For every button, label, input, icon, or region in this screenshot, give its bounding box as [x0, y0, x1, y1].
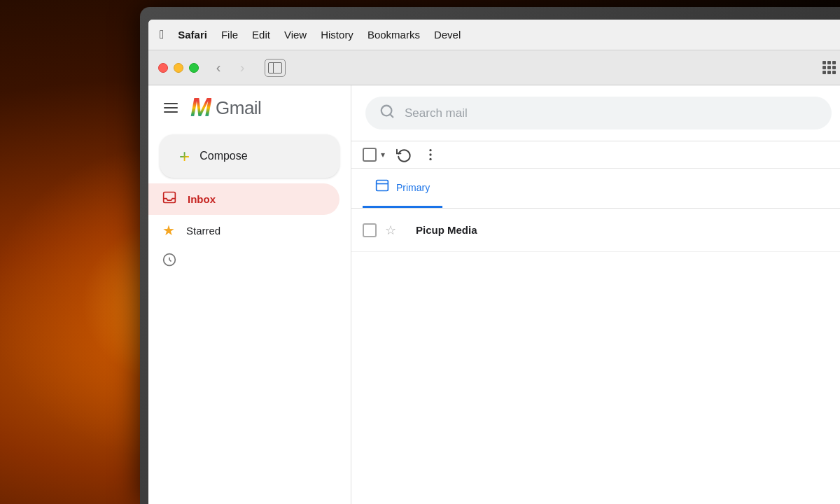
search-bar[interactable]: Search mail	[365, 97, 832, 130]
menu-file[interactable]: File	[221, 29, 238, 41]
grid-dot	[822, 71, 826, 74]
gmail-sidebar: M Gmail + Compose	[148, 85, 351, 504]
grid-dot	[822, 66, 826, 69]
email-sender: Picup Media	[405, 216, 489, 244]
nav-buttons: ‹ ›	[209, 58, 252, 78]
inbox-icon	[162, 190, 176, 208]
row-star-icon[interactable]: ☆	[385, 223, 396, 238]
sidebar-item-inbox[interactable]: Inbox	[148, 183, 340, 215]
grid-dot	[827, 61, 831, 64]
sidebar-item-starred[interactable]: ★ Starred	[148, 215, 340, 246]
hamburger-line	[164, 111, 178, 113]
select-group: ▾	[363, 148, 385, 162]
toolbar-row: ▾	[351, 141, 840, 169]
grid-dot	[827, 66, 831, 69]
sidebar-item-other[interactable]	[148, 246, 340, 277]
forward-button[interactable]: ›	[232, 58, 252, 78]
row-checkbox[interactable]	[363, 223, 377, 237]
search-placeholder: Search mail	[405, 106, 818, 120]
hamburger-menu-button[interactable]	[160, 99, 182, 117]
primary-tab-icon	[375, 178, 389, 196]
svg-point-6	[429, 158, 431, 160]
gmail-header: M Gmail	[148, 95, 351, 134]
menu-bar:  Safari File Edit View History Bookmark…	[148, 20, 840, 50]
grid-dot	[832, 66, 836, 69]
grid-dot	[822, 61, 826, 64]
svg-point-5	[429, 153, 431, 155]
apple-menu[interactable]: 	[160, 28, 164, 42]
select-all-checkbox[interactable]	[363, 148, 377, 162]
starred-label: Starred	[186, 225, 220, 237]
gmail-content: M Gmail + Compose	[148, 85, 840, 504]
gmail-main: Search mail ▾	[351, 85, 840, 504]
menu-history[interactable]: History	[321, 29, 354, 41]
chevron-right-icon: ›	[240, 59, 245, 76]
chevron-left-icon: ‹	[216, 59, 221, 76]
hamburger-line	[164, 107, 178, 108]
gmail-wordmark: Gmail	[216, 97, 261, 119]
extensions-grid-button[interactable]	[822, 61, 836, 74]
grid-dot	[832, 71, 836, 74]
compose-button[interactable]: + Compose	[160, 134, 340, 178]
sidebar-toggle-button[interactable]	[265, 59, 286, 77]
menu-develop[interactable]: Devel	[434, 29, 461, 41]
tab-primary[interactable]: Primary	[363, 169, 442, 208]
primary-tab-label: Primary	[396, 182, 430, 193]
inbox-label: Inbox	[188, 193, 216, 205]
sidebar-toggle-divider	[269, 63, 274, 73]
other-icon	[162, 253, 176, 270]
browser-chrome: ‹ ›	[148, 50, 840, 85]
star-icon: ★	[162, 222, 175, 239]
svg-line-3	[390, 114, 393, 117]
menu-edit[interactable]: Edit	[252, 29, 270, 41]
menu-safari[interactable]: Safari	[178, 29, 207, 41]
more-options-button[interactable]	[423, 147, 438, 162]
grid-dot	[832, 61, 836, 64]
select-dropdown-arrow[interactable]: ▾	[381, 150, 385, 160]
refresh-button[interactable]	[396, 147, 412, 162]
search-icon	[379, 104, 395, 122]
table-row[interactable]: ☆ Picup Media	[351, 209, 840, 252]
svg-point-4	[429, 149, 431, 151]
back-button[interactable]: ‹	[209, 58, 228, 78]
screen:  Safari File Edit View History Bookmark…	[148, 20, 840, 504]
gmail-logo: M Gmail	[190, 95, 261, 120]
hamburger-line	[164, 103, 178, 104]
compose-plus-icon: +	[179, 147, 190, 165]
menu-bookmarks[interactable]: Bookmarks	[368, 29, 420, 41]
minimize-button[interactable]	[174, 63, 183, 73]
traffic-lights	[158, 63, 199, 73]
svg-rect-0	[164, 192, 176, 203]
sidebar-toggle-icon	[268, 62, 282, 74]
close-button[interactable]	[158, 63, 168, 73]
compose-label: Compose	[200, 150, 247, 162]
grid-dot	[827, 71, 831, 74]
search-area: Search mail	[351, 85, 840, 141]
gmail-m-letter: M	[190, 95, 211, 120]
category-tabs: Primary	[351, 169, 840, 209]
laptop-bezel:  Safari File Edit View History Bookmark…	[140, 7, 840, 504]
maximize-button[interactable]	[189, 63, 199, 73]
email-list: ☆ Picup Media	[351, 209, 840, 504]
svg-rect-7	[377, 181, 388, 191]
menu-view[interactable]: View	[284, 29, 307, 41]
